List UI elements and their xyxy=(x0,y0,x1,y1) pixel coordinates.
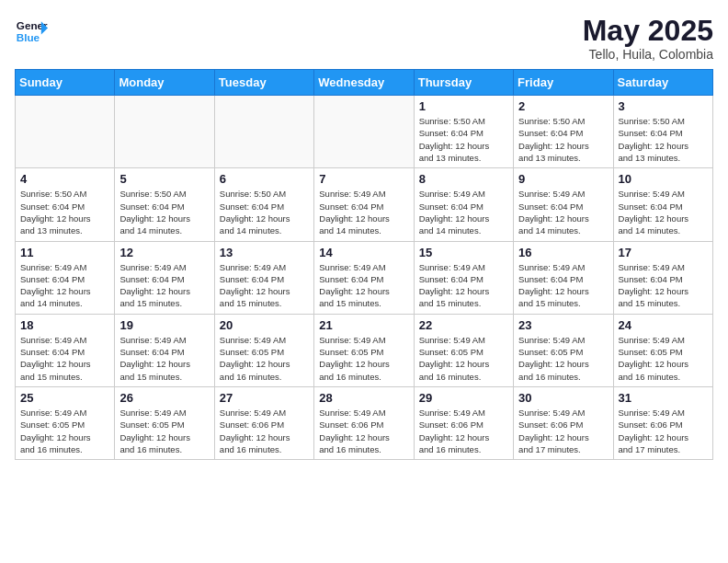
col-thursday: Thursday xyxy=(414,70,513,96)
header-row: Sunday Monday Tuesday Wednesday Thursday… xyxy=(16,70,713,96)
calendar-cell: 28Sunrise: 5:49 AM Sunset: 6:06 PM Dayli… xyxy=(314,386,414,459)
day-info: Sunrise: 5:49 AM Sunset: 6:04 PM Dayligh… xyxy=(319,188,408,236)
logo: General Blue xyxy=(15,15,48,48)
day-info: Sunrise: 5:50 AM Sunset: 6:04 PM Dayligh… xyxy=(119,188,209,236)
calendar-week-2: 4Sunrise: 5:50 AM Sunset: 6:04 PM Daylig… xyxy=(16,168,713,241)
day-number: 8 xyxy=(419,172,508,186)
day-number: 21 xyxy=(319,318,408,332)
day-number: 19 xyxy=(119,318,209,332)
day-number: 27 xyxy=(220,391,309,405)
calendar-week-5: 25Sunrise: 5:49 AM Sunset: 6:05 PM Dayli… xyxy=(16,386,713,459)
day-number: 22 xyxy=(419,318,508,332)
day-number: 13 xyxy=(220,246,309,259)
calendar-cell: 12Sunrise: 5:49 AM Sunset: 6:04 PM Dayli… xyxy=(115,241,214,314)
day-number: 23 xyxy=(518,318,608,332)
day-number: 26 xyxy=(119,391,209,405)
day-number: 16 xyxy=(518,246,608,259)
col-friday: Friday xyxy=(514,70,613,96)
col-saturday: Saturday xyxy=(613,70,712,96)
calendar-cell: 19Sunrise: 5:49 AM Sunset: 6:04 PM Dayli… xyxy=(115,314,214,386)
title-block: May 2025 Tello, Huila, Colombia xyxy=(583,15,713,62)
calendar-week-3: 11Sunrise: 5:49 AM Sunset: 6:04 PM Dayli… xyxy=(16,241,713,314)
day-info: Sunrise: 5:49 AM Sunset: 6:06 PM Dayligh… xyxy=(220,407,309,455)
day-number: 14 xyxy=(319,246,408,259)
calendar-cell: 23Sunrise: 5:49 AM Sunset: 6:05 PM Dayli… xyxy=(514,314,613,386)
calendar-cell: 16Sunrise: 5:49 AM Sunset: 6:04 PM Dayli… xyxy=(514,241,613,314)
day-info: Sunrise: 5:49 AM Sunset: 6:04 PM Dayligh… xyxy=(419,188,508,236)
calendar-cell: 9Sunrise: 5:49 AM Sunset: 6:04 PM Daylig… xyxy=(514,168,613,241)
calendar-cell xyxy=(16,96,115,168)
logo-icon: General Blue xyxy=(15,15,48,48)
day-number: 6 xyxy=(220,172,309,186)
day-info: Sunrise: 5:50 AM Sunset: 6:04 PM Dayligh… xyxy=(220,188,309,236)
day-number: 10 xyxy=(619,172,708,186)
calendar-cell: 13Sunrise: 5:49 AM Sunset: 6:04 PM Dayli… xyxy=(214,241,313,314)
day-info: Sunrise: 5:49 AM Sunset: 6:04 PM Dayligh… xyxy=(20,334,109,383)
day-info: Sunrise: 5:49 AM Sunset: 6:05 PM Dayligh… xyxy=(119,407,209,455)
calendar-cell: 15Sunrise: 5:49 AM Sunset: 6:04 PM Dayli… xyxy=(414,241,513,314)
day-info: Sunrise: 5:49 AM Sunset: 6:05 PM Dayligh… xyxy=(518,334,608,383)
calendar-cell: 27Sunrise: 5:49 AM Sunset: 6:06 PM Dayli… xyxy=(214,386,313,459)
svg-text:Blue: Blue xyxy=(17,31,40,43)
day-info: Sunrise: 5:50 AM Sunset: 6:04 PM Dayligh… xyxy=(518,115,608,164)
calendar-cell xyxy=(115,96,214,168)
day-info: Sunrise: 5:49 AM Sunset: 6:04 PM Dayligh… xyxy=(518,188,608,236)
day-number: 24 xyxy=(619,318,708,332)
col-monday: Monday xyxy=(115,70,214,96)
calendar-cell: 11Sunrise: 5:49 AM Sunset: 6:04 PM Dayli… xyxy=(16,241,115,314)
calendar-table: Sunday Monday Tuesday Wednesday Thursday… xyxy=(15,69,713,460)
calendar-cell: 8Sunrise: 5:49 AM Sunset: 6:04 PM Daylig… xyxy=(414,168,513,241)
day-number: 25 xyxy=(20,391,109,405)
day-number: 20 xyxy=(220,318,309,332)
day-number: 1 xyxy=(419,99,508,113)
day-number: 11 xyxy=(20,246,109,259)
calendar-cell: 4Sunrise: 5:50 AM Sunset: 6:04 PM Daylig… xyxy=(16,168,115,241)
day-info: Sunrise: 5:50 AM Sunset: 6:04 PM Dayligh… xyxy=(20,188,109,236)
calendar-cell: 6Sunrise: 5:50 AM Sunset: 6:04 PM Daylig… xyxy=(214,168,313,241)
calendar-cell: 25Sunrise: 5:49 AM Sunset: 6:05 PM Dayli… xyxy=(16,386,115,459)
calendar-cell: 5Sunrise: 5:50 AM Sunset: 6:04 PM Daylig… xyxy=(115,168,214,241)
day-info: Sunrise: 5:49 AM Sunset: 6:04 PM Dayligh… xyxy=(619,261,708,310)
page-header: General Blue May 2025 Tello, Huila, Colo… xyxy=(15,15,713,62)
day-info: Sunrise: 5:49 AM Sunset: 6:06 PM Dayligh… xyxy=(518,407,608,455)
calendar-cell: 10Sunrise: 5:49 AM Sunset: 6:04 PM Dayli… xyxy=(613,168,712,241)
day-number: 30 xyxy=(518,391,608,405)
calendar-cell: 2Sunrise: 5:50 AM Sunset: 6:04 PM Daylig… xyxy=(514,96,613,168)
day-number: 7 xyxy=(319,172,408,186)
calendar-cell: 31Sunrise: 5:49 AM Sunset: 6:06 PM Dayli… xyxy=(613,386,712,459)
calendar-cell: 1Sunrise: 5:50 AM Sunset: 6:04 PM Daylig… xyxy=(414,96,513,168)
calendar-cell: 17Sunrise: 5:49 AM Sunset: 6:04 PM Dayli… xyxy=(613,241,712,314)
day-info: Sunrise: 5:49 AM Sunset: 6:04 PM Dayligh… xyxy=(419,261,508,310)
day-info: Sunrise: 5:49 AM Sunset: 6:06 PM Dayligh… xyxy=(319,407,408,455)
calendar-cell: 26Sunrise: 5:49 AM Sunset: 6:05 PM Dayli… xyxy=(115,386,214,459)
location: Tello, Huila, Colombia xyxy=(583,47,713,62)
calendar-cell: 21Sunrise: 5:49 AM Sunset: 6:05 PM Dayli… xyxy=(314,314,414,386)
calendar-week-1: 1Sunrise: 5:50 AM Sunset: 6:04 PM Daylig… xyxy=(16,96,713,168)
day-info: Sunrise: 5:49 AM Sunset: 6:04 PM Dayligh… xyxy=(119,334,209,383)
day-info: Sunrise: 5:49 AM Sunset: 6:05 PM Dayligh… xyxy=(20,407,109,455)
col-tuesday: Tuesday xyxy=(214,70,313,96)
day-number: 4 xyxy=(20,172,109,186)
day-info: Sunrise: 5:49 AM Sunset: 6:05 PM Dayligh… xyxy=(220,334,309,383)
day-number: 2 xyxy=(518,99,608,113)
calendar-week-4: 18Sunrise: 5:49 AM Sunset: 6:04 PM Dayli… xyxy=(16,314,713,386)
day-info: Sunrise: 5:49 AM Sunset: 6:05 PM Dayligh… xyxy=(419,334,508,383)
day-info: Sunrise: 5:49 AM Sunset: 6:04 PM Dayligh… xyxy=(619,188,708,236)
day-number: 5 xyxy=(119,172,209,186)
day-number: 28 xyxy=(319,391,408,405)
day-number: 18 xyxy=(20,318,109,332)
day-info: Sunrise: 5:49 AM Sunset: 6:06 PM Dayligh… xyxy=(419,407,508,455)
col-wednesday: Wednesday xyxy=(314,70,414,96)
day-number: 9 xyxy=(518,172,608,186)
month-title: May 2025 xyxy=(583,15,713,47)
day-info: Sunrise: 5:50 AM Sunset: 6:04 PM Dayligh… xyxy=(419,115,508,164)
calendar-cell: 3Sunrise: 5:50 AM Sunset: 6:04 PM Daylig… xyxy=(613,96,712,168)
day-info: Sunrise: 5:49 AM Sunset: 6:04 PM Dayligh… xyxy=(220,261,309,310)
day-info: Sunrise: 5:50 AM Sunset: 6:04 PM Dayligh… xyxy=(619,115,708,164)
day-number: 17 xyxy=(619,246,708,259)
day-number: 3 xyxy=(619,99,708,113)
calendar-cell: 30Sunrise: 5:49 AM Sunset: 6:06 PM Dayli… xyxy=(514,386,613,459)
day-info: Sunrise: 5:49 AM Sunset: 6:05 PM Dayligh… xyxy=(619,334,708,383)
calendar-cell: 18Sunrise: 5:49 AM Sunset: 6:04 PM Dayli… xyxy=(16,314,115,386)
day-number: 29 xyxy=(419,391,508,405)
